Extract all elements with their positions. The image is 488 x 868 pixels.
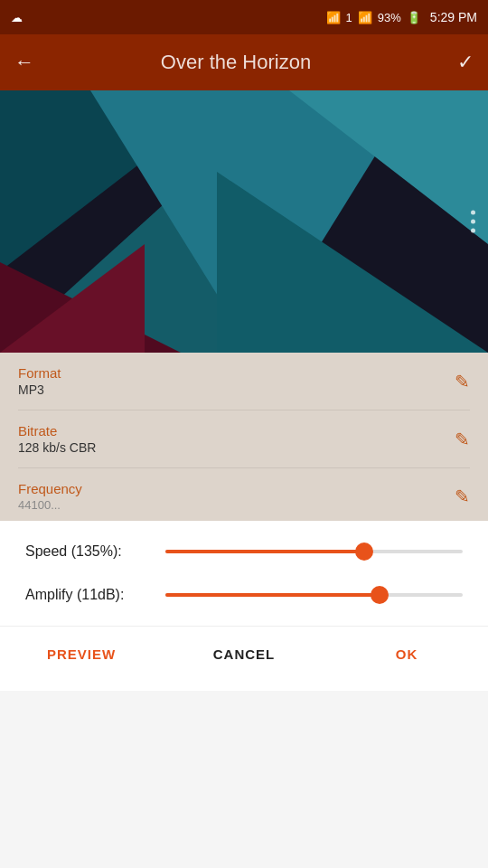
bitrate-content: Bitrate 128 kb/s CBR [18, 423, 455, 455]
amplify-label: Amplify (11dB): [25, 587, 165, 603]
art-overlay [0, 90, 488, 353]
amplify-control-row: Amplify (11dB): [25, 586, 463, 604]
dot-1 [471, 211, 475, 215]
more-menu-button[interactable] [471, 211, 475, 233]
page-title: Over the Horizon [49, 51, 423, 74]
wifi-icon: 📶 [326, 11, 341, 24]
speed-label: Speed (135%): [25, 543, 165, 560]
notification-icon: ☁ [11, 11, 23, 24]
format-content: Format MP3 [18, 365, 455, 397]
frequency-value: 44100... [18, 498, 455, 512]
format-value: MP3 [18, 382, 455, 397]
confirm-button[interactable]: ✓ [457, 51, 474, 74]
bitrate-edit-button[interactable]: ✎ [455, 429, 470, 450]
controls-section: Speed (135%): Amplify (11dB): [0, 521, 488, 626]
bottom-actions: PREVIEW CANCEL OK [0, 626, 488, 691]
bitrate-row: Bitrate 128 kb/s CBR ✎ [18, 410, 470, 468]
preview-button[interactable]: PREVIEW [0, 636, 163, 673]
amplify-slider-track [165, 593, 463, 597]
frequency-edit-button[interactable]: ✎ [455, 486, 470, 507]
speed-slider-track [165, 550, 463, 553]
status-bar: ☁ 📶 1 📶 93% 🔋 5:29 PM [0, 0, 488, 34]
dot-2 [471, 220, 475, 224]
dot-3 [471, 229, 475, 233]
amplify-slider-container [165, 586, 463, 604]
format-label: Format [18, 365, 455, 381]
battery-icon: 🔋 [407, 11, 421, 24]
format-row: Format MP3 ✎ [18, 353, 470, 410]
speed-slider-container [165, 542, 463, 561]
bitrate-label: Bitrate [18, 423, 455, 439]
cancel-button[interactable]: CANCEL [163, 636, 325, 673]
frequency-label: Frequency [18, 481, 455, 496]
frequency-row: Frequency 44100... ✎ [18, 468, 470, 521]
speed-slider-fill [165, 550, 364, 553]
signal-icon: 📶 [358, 11, 372, 24]
app-bar: ← Over the Horizon ✓ [0, 34, 488, 90]
frequency-content: Frequency 44100... [18, 481, 455, 512]
amplify-slider-fill [165, 593, 380, 597]
speed-slider-thumb[interactable] [355, 542, 373, 561]
album-art [0, 90, 488, 353]
details-panel: Format MP3 ✎ Bitrate 128 kb/s CBR ✎ Freq… [0, 353, 488, 521]
back-button[interactable]: ← [14, 51, 34, 74]
speed-control-row: Speed (135%): [25, 542, 463, 561]
amplify-slider-thumb[interactable] [371, 586, 389, 604]
clock: 5:29 PM [430, 10, 477, 24]
ok-button[interactable]: OK [325, 636, 488, 673]
battery-level: 93% [378, 11, 401, 24]
bitrate-value: 128 kb/s CBR [18, 440, 455, 455]
sim-icon: 1 [346, 11, 352, 24]
format-edit-button[interactable]: ✎ [455, 371, 470, 392]
